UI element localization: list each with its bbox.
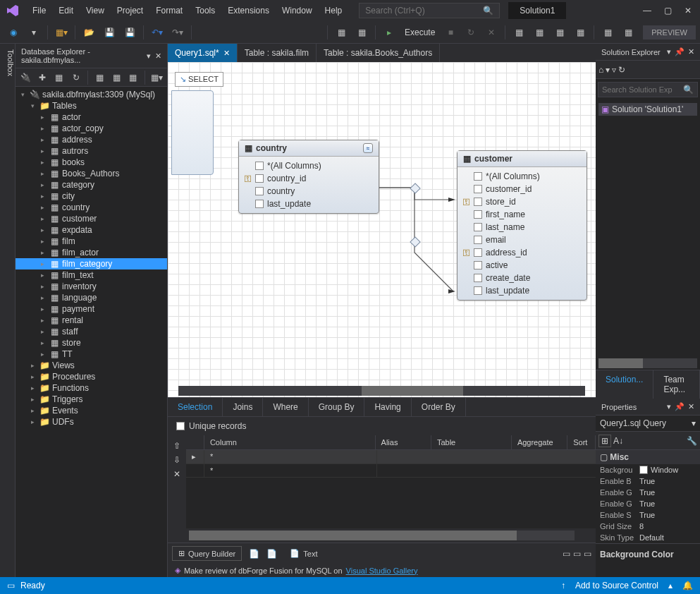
grid-header-alias[interactable]: Alias bbox=[376, 435, 431, 449]
tab-query1-sql-[interactable]: Query1.sql*✕ bbox=[168, 44, 238, 62]
close-icon[interactable]: ✕ bbox=[688, 47, 694, 56]
table-box-country[interactable]: ▦ country ≈ *(All Columns)⚿country_idcou… bbox=[238, 140, 379, 214]
tab-table-sakila-film[interactable]: Table : sakila.film bbox=[238, 44, 317, 62]
tree-actor[interactable]: ▸▦actor bbox=[16, 111, 167, 123]
grid-header-column[interactable]: Column bbox=[204, 435, 376, 449]
tree-arrow-icon[interactable]: ▾ bbox=[28, 102, 37, 109]
prop-enable-g[interactable]: Enable GTrue bbox=[596, 498, 700, 509]
solution-tree[interactable]: ▣ Solution 'Solution1' bbox=[596, 100, 700, 357]
column-checkbox[interactable] bbox=[474, 172, 482, 181]
column-customer_id[interactable]: customer_id bbox=[462, 183, 582, 195]
filter-icon[interactable]: ▦ bbox=[92, 69, 107, 86]
tree-payment[interactable]: ▸▦payment bbox=[16, 303, 167, 315]
tree-expdata[interactable]: ▸▦expdata bbox=[16, 224, 167, 236]
upload-icon[interactable]: ↑ bbox=[561, 581, 565, 590]
tree-triggers[interactable]: ▸📁Triggers bbox=[16, 394, 167, 405]
maximize-icon[interactable]: ▢ bbox=[664, 6, 672, 16]
stop-icon[interactable]: ■ bbox=[441, 24, 460, 41]
tree-autrors[interactable]: ▸▦autrors bbox=[16, 145, 167, 157]
ht-icon[interactable]: ▦ bbox=[109, 69, 124, 86]
grid-header-sort[interactable]: Sort bbox=[567, 435, 596, 449]
column-checkbox[interactable] bbox=[474, 236, 482, 244]
tree-address[interactable]: ▸▦address bbox=[16, 134, 167, 145]
menu-tools[interactable]: Tools bbox=[190, 3, 221, 18]
column-checkbox[interactable] bbox=[474, 286, 482, 295]
tree-arrow-icon[interactable]: ▸ bbox=[28, 384, 37, 392]
t5-icon[interactable]: ▦ bbox=[598, 24, 617, 41]
subtab-group-by[interactable]: Group By bbox=[309, 398, 365, 416]
tree-arrow-icon[interactable]: ▸ bbox=[38, 283, 47, 290]
minimize-icon[interactable]: — bbox=[643, 6, 651, 16]
source-control-button[interactable]: Add to Source Control bbox=[575, 581, 658, 590]
menu-format[interactable]: Format bbox=[150, 3, 188, 18]
tree-views[interactable]: ▸📁Views bbox=[16, 360, 167, 371]
open-icon[interactable]: 📂 bbox=[80, 24, 98, 41]
selection-grid[interactable]: ColumnAliasTableAggregateSort ▸** bbox=[186, 435, 596, 528]
tree-arrow-icon[interactable]: ▸ bbox=[38, 238, 47, 245]
grid-header-aggregate[interactable]: Aggregate bbox=[512, 435, 567, 449]
column-country[interactable]: country bbox=[243, 185, 374, 198]
subtab-joins[interactable]: Joins bbox=[223, 398, 263, 416]
query-designer-canvas[interactable]: ↘ SELECT ▦ country ≈ *(All Columns)⚿coun… bbox=[168, 62, 596, 397]
tree-arrow-icon[interactable]: ▸ bbox=[28, 362, 37, 369]
grid-h-scrollbar[interactable] bbox=[189, 531, 575, 540]
subtab-where[interactable]: Where bbox=[263, 398, 308, 416]
db-icon-1[interactable]: ▦ bbox=[332, 24, 350, 41]
column-checkbox[interactable] bbox=[474, 223, 482, 231]
close-icon[interactable]: ✕ bbox=[688, 402, 694, 411]
column-checkbox[interactable] bbox=[474, 185, 482, 193]
tree-arrow-icon[interactable]: ▸ bbox=[28, 373, 37, 380]
table-box-customer[interactable]: ▦ customer *(All Columns)customer_id⚿sto… bbox=[457, 150, 587, 301]
doc-icon-2[interactable]: 📄 bbox=[266, 549, 277, 559]
lower-tab-team-exp-[interactable]: Team Exp... bbox=[653, 370, 700, 399]
tree-arrow-icon[interactable]: ▸ bbox=[38, 305, 47, 313]
menu-project[interactable]: Project bbox=[111, 3, 149, 18]
chevron-up-icon[interactable]: ▴ bbox=[668, 581, 673, 590]
column-first_name[interactable]: first_name bbox=[462, 208, 582, 221]
column-checkbox[interactable] bbox=[474, 261, 482, 269]
search-box[interactable]: 🔍 bbox=[359, 3, 500, 18]
column-email[interactable]: email bbox=[462, 234, 582, 246]
new-item-icon[interactable]: ✚ bbox=[35, 69, 50, 86]
prop-enable-g[interactable]: Enable GTrue bbox=[596, 487, 700, 498]
tree-arrow-icon[interactable]: ▸ bbox=[38, 147, 47, 154]
menu-view[interactable]: View bbox=[80, 3, 110, 18]
tree-arrow-icon[interactable]: ▸ bbox=[28, 407, 37, 414]
tree-film[interactable]: ▸▦film bbox=[16, 236, 167, 247]
menu-file[interactable]: File bbox=[27, 3, 51, 18]
search-input[interactable] bbox=[365, 6, 471, 16]
grid-row[interactable]: * bbox=[186, 464, 596, 478]
subtab-order-by[interactable]: Order By bbox=[412, 398, 466, 416]
tree-arrow-icon[interactable]: ▸ bbox=[38, 339, 47, 346]
tree-inventory[interactable]: ▸▦inventory bbox=[16, 281, 167, 292]
move-up-icon[interactable]: ⇧ bbox=[173, 441, 180, 451]
categorize-icon[interactable]: ⊞ bbox=[598, 435, 611, 447]
column-checkbox[interactable] bbox=[474, 248, 482, 257]
refresh-db-icon[interactable]: ↻ bbox=[68, 69, 83, 86]
tree-film_text[interactable]: ▸▦film_text bbox=[16, 269, 167, 281]
t3-icon[interactable]: ▦ bbox=[551, 24, 569, 41]
bell-icon[interactable]: 🔔 bbox=[682, 581, 693, 590]
tree-country[interactable]: ▸▦country bbox=[16, 202, 167, 213]
tree-arrow-icon[interactable]: ▸ bbox=[38, 215, 47, 222]
tree-arrow-icon[interactable]: ▸ bbox=[38, 249, 47, 256]
home-icon[interactable]: ⌂ bbox=[598, 65, 603, 75]
tree-arrow-icon[interactable]: ▸ bbox=[38, 114, 47, 121]
toolbox-strip[interactable]: Toolbox bbox=[0, 44, 16, 577]
tree-procedures[interactable]: ▸📁Procedures bbox=[16, 371, 167, 382]
back-icon[interactable]: ◉ bbox=[4, 24, 23, 41]
column-checkbox[interactable] bbox=[474, 210, 482, 219]
tree-udfs[interactable]: ▸📁UDFs bbox=[16, 416, 167, 428]
t4-icon[interactable]: ▦ bbox=[571, 24, 589, 41]
column--all-columns-[interactable]: *(All Columns) bbox=[243, 159, 374, 172]
column-checkbox[interactable] bbox=[255, 187, 264, 195]
tree-film_actor[interactable]: ▸▦film_actor bbox=[16, 247, 167, 258]
tree-sakila-dbfmylast-3309-mysql-[interactable]: ▾🔌sakila.dbfmylast:3309 (MySql) bbox=[16, 89, 167, 100]
tree-arrow-icon[interactable]: ▸ bbox=[38, 226, 47, 234]
tab-close-icon[interactable]: ✕ bbox=[223, 49, 230, 58]
pin-icon[interactable]: 📌 bbox=[675, 402, 684, 411]
designer-h-scrollbar[interactable] bbox=[178, 386, 585, 396]
column-last_name[interactable]: last_name bbox=[462, 221, 582, 234]
undo-icon[interactable]: ↶▾ bbox=[148, 24, 166, 41]
tree-arrow-icon[interactable]: ▸ bbox=[38, 159, 47, 166]
